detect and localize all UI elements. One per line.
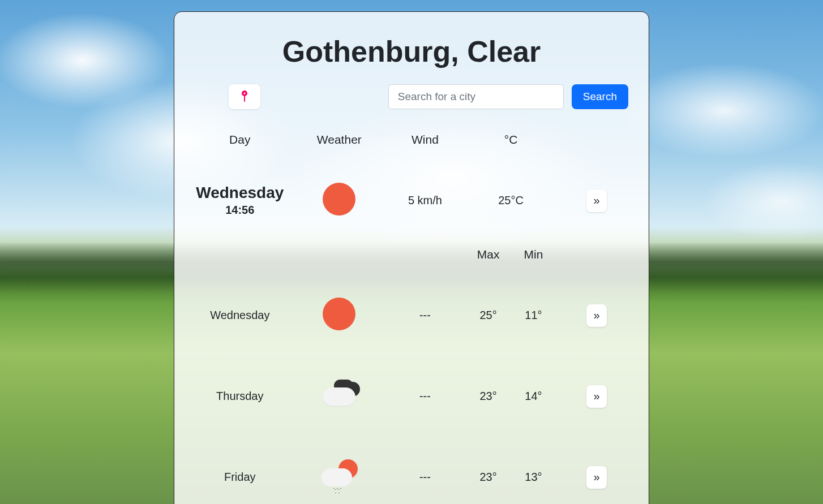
col-day: Day: [186, 130, 294, 157]
subheader-row: Max Min: [186, 244, 637, 272]
forecast-wind: ---: [384, 278, 466, 352]
col-wind: Wind: [384, 130, 466, 157]
forecast-table: Day Weather Wind °C Wednesday 14:56 5 km…: [186, 123, 637, 504]
today-more-cell: »: [556, 163, 637, 238]
search-button[interactable]: Search: [572, 84, 628, 109]
table-row: Wednesday --- 25° 11° »: [186, 278, 637, 352]
page-title: Gothenburg, Clear: [186, 35, 637, 68]
forecast-day: Friday: [186, 440, 294, 504]
forecast-weather-cell: [294, 278, 385, 352]
today-day: Wednesday: [196, 184, 284, 201]
today-wind: 5 km/h: [384, 163, 466, 238]
col-min: Min: [511, 244, 556, 272]
forecast-min: 13°: [511, 440, 556, 504]
sun-icon: [319, 294, 359, 334]
col-max: Max: [466, 244, 511, 272]
forecast-max: 23°: [466, 359, 511, 433]
today-weather-cell: [294, 163, 385, 238]
weather-card: Gothenburg, Clear Search Day Weather Win…: [174, 11, 649, 504]
today-temp: 25°C: [466, 163, 556, 238]
today-row: Wednesday 14:56 5 km/h 25°C »: [186, 163, 637, 238]
col-more: [556, 130, 637, 157]
forecast-min: 14°: [511, 359, 556, 433]
expand-button[interactable]: »: [586, 189, 607, 212]
forecast-more-cell: »: [556, 278, 637, 352]
col-temp: °C: [466, 130, 556, 157]
forecast-day: Wednesday: [186, 278, 294, 352]
forecast-max: 23°: [466, 440, 511, 504]
pin-icon: [239, 90, 250, 104]
rain-drops-icon: ׃׃׃׃׃: [329, 484, 346, 494]
forecast-more-cell: »: [556, 440, 637, 504]
table-row: Thursday --- 23° 14° »: [186, 359, 637, 433]
today-time: 14:56: [188, 204, 292, 217]
forecast-weather-cell: [294, 359, 385, 433]
search-bar: Search: [186, 84, 637, 123]
forecast-day: Thursday: [186, 359, 294, 433]
today-day-cell: Wednesday 14:56: [186, 163, 294, 238]
expand-button[interactable]: »: [586, 466, 607, 489]
forecast-more-cell: »: [556, 359, 637, 433]
table-row: Friday ׃׃׃׃׃ --- 23° 13° »: [186, 440, 637, 504]
forecast-max: 25°: [466, 278, 511, 352]
geolocate-button[interactable]: [229, 84, 260, 109]
expand-button[interactable]: »: [586, 304, 607, 327]
table-header-row: Day Weather Wind °C: [186, 130, 637, 157]
sun-icon: [319, 179, 359, 219]
forecast-weather-cell: ׃׃׃׃׃: [294, 440, 385, 504]
expand-button[interactable]: »: [586, 385, 607, 408]
clouds-icon: [319, 375, 359, 415]
search-input[interactable]: [388, 84, 564, 109]
col-weather: Weather: [294, 130, 385, 157]
forecast-wind: ---: [384, 440, 466, 504]
svg-point-1: [243, 92, 245, 94]
forecast-min: 11°: [511, 278, 556, 352]
sun-rain-icon: ׃׃׃׃׃: [319, 456, 359, 496]
forecast-wind: ---: [384, 359, 466, 433]
